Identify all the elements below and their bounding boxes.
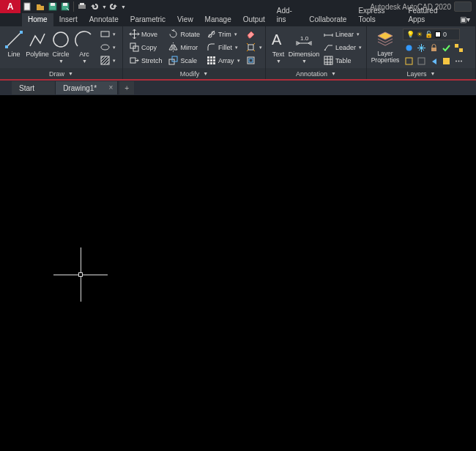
sun-icon: ☀ — [417, 31, 423, 38]
new-icon[interactable] — [22, 1, 34, 12]
text-icon: A — [268, 29, 289, 50]
fillet-button[interactable]: Fillet▾ — [204, 41, 242, 53]
tab-collaborate[interactable]: Collaborate — [303, 13, 352, 26]
undo-dropdown-icon[interactable]: ▼ — [102, 4, 107, 10]
panel-layers-title[interactable]: Layers▼ — [367, 68, 475, 79]
file-tab-label: Start — [19, 84, 34, 92]
scale-button[interactable]: Scale — [166, 54, 203, 67]
layer-freeze-icon[interactable] — [415, 42, 427, 53]
tab-collapse-icon[interactable]: ▣▾ — [454, 13, 476, 26]
svg-rect-9 — [20, 31, 23, 34]
layer-prev-icon[interactable] — [428, 55, 439, 67]
copy-button[interactable]: Copy — [127, 41, 165, 53]
layer-off-icon[interactable] — [403, 42, 414, 53]
trim-button[interactable]: Trim▾ — [204, 28, 242, 40]
table-icon — [323, 56, 333, 66]
array-button[interactable]: Array▾ — [204, 54, 242, 67]
table-button[interactable]: Table — [321, 54, 364, 67]
move-button[interactable]: Move — [127, 28, 165, 40]
mirror-icon — [168, 42, 179, 53]
linear-icon — [323, 29, 333, 40]
layer-make-current-icon[interactable] — [440, 42, 452, 53]
dimension-button[interactable]: 1.0 Dimension ▼ — [289, 28, 319, 64]
new-tab-button[interactable]: + — [119, 81, 134, 94]
svg-point-42 — [458, 60, 459, 61]
svg-rect-16 — [130, 58, 135, 63]
svg-point-41 — [455, 60, 457, 61]
panel-annotation-title[interactable]: Annotation▼ — [266, 68, 366, 79]
leader-button[interactable]: Leader▾ — [321, 41, 364, 53]
line-label: Line — [7, 51, 20, 58]
chevron-down-icon: ▼ — [276, 59, 281, 64]
tab-manage[interactable]: Manage — [199, 13, 237, 26]
dimension-icon: 1.0 — [294, 29, 314, 50]
layer-state-icon[interactable] — [440, 55, 452, 67]
layer-uniso-icon[interactable] — [415, 55, 427, 67]
panel-modify-title[interactable]: Modify▼ — [123, 68, 265, 79]
layer-properties-label: Layer Properties — [369, 51, 401, 64]
open-icon[interactable] — [34, 1, 46, 12]
rotate-button[interactable]: Rotate — [166, 28, 203, 40]
erase-button[interactable] — [244, 28, 264, 40]
explode-button[interactable]: ▾ — [244, 41, 264, 53]
hatch-button[interactable]: ▾ — [97, 54, 118, 67]
line-button[interactable]: Line — [2, 28, 26, 58]
tab-parametric[interactable]: Parametric — [124, 13, 171, 26]
saveas-icon[interactable] — [59, 1, 71, 12]
layer-iso-icon[interactable] — [403, 55, 414, 67]
svg-rect-29 — [248, 57, 254, 64]
tab-view[interactable]: View — [171, 13, 199, 26]
svg-rect-0 — [24, 3, 30, 10]
svg-rect-30 — [249, 59, 253, 62]
rectangle-button[interactable]: ▾ — [97, 28, 118, 40]
fillet-icon — [206, 42, 216, 53]
layer-more-icon[interactable] — [453, 55, 464, 67]
chevron-down-icon: ▼ — [82, 59, 87, 64]
tab-output[interactable]: Output — [237, 13, 271, 26]
app-menu-button[interactable]: A — [0, 0, 21, 13]
ellipse-button[interactable]: ▾ — [97, 41, 118, 53]
current-layer-selector[interactable]: 💡 ☀ 🔓 0 — [403, 29, 460, 40]
menu-tabs: Home Insert Annotate Parametric View Man… — [0, 13, 476, 26]
hatch-icon — [100, 56, 110, 66]
save-icon[interactable] — [47, 1, 59, 12]
tab-express[interactable]: Express Tools — [352, 4, 402, 26]
text-button[interactable]: A Text ▼ — [268, 28, 289, 64]
array-icon — [206, 56, 216, 66]
svg-point-12 — [101, 45, 109, 50]
layer-match-icon[interactable] — [453, 42, 464, 53]
file-tab-start[interactable]: Start — [12, 81, 56, 94]
svg-rect-2 — [51, 3, 55, 6]
copy-icon — [129, 42, 139, 53]
plot-icon[interactable] — [76, 1, 88, 12]
panel-modify: Move Copy Stretch Rotate Mirror Scale Tr… — [123, 26, 266, 79]
layer-lock-icon[interactable] — [428, 42, 439, 53]
undo-icon[interactable] — [89, 1, 100, 12]
redo-icon[interactable] — [108, 1, 119, 12]
tab-annotate[interactable]: Annotate — [83, 13, 124, 26]
crosshair-pickbox — [78, 272, 83, 277]
circle-icon — [51, 29, 71, 50]
linear-button[interactable]: Linear▾ — [321, 28, 364, 40]
arc-button[interactable]: Arc ▼ — [72, 28, 96, 64]
mirror-button[interactable]: Mirror — [166, 41, 203, 53]
title-search-toggle[interactable] — [454, 1, 472, 12]
svg-rect-4 — [63, 3, 67, 6]
close-icon[interactable]: × — [108, 83, 113, 92]
drawing-canvas[interactable] — [0, 95, 476, 451]
layer-color-swatch — [435, 31, 441, 37]
tab-addins[interactable]: Add-ins — [271, 4, 303, 26]
tab-featured[interactable]: Featured Apps — [402, 4, 454, 26]
panel-draw-title[interactable]: Draw▼ — [0, 68, 122, 79]
tab-home[interactable]: Home — [22, 13, 53, 26]
layer-properties-button[interactable]: Layer Properties — [369, 28, 401, 64]
polyline-button[interactable]: Polyline — [26, 28, 49, 58]
redo-dropdown-icon[interactable]: ▼ — [121, 4, 126, 10]
polyline-icon — [27, 29, 48, 50]
file-tab-drawing[interactable]: Drawing1* × — [56, 81, 118, 94]
tab-insert[interactable]: Insert — [53, 13, 83, 26]
offset-button[interactable] — [244, 54, 264, 67]
circle-button[interactable]: Circle ▼ — [49, 28, 72, 64]
svg-rect-25 — [207, 62, 209, 64]
stretch-button[interactable]: Stretch — [127, 54, 165, 67]
